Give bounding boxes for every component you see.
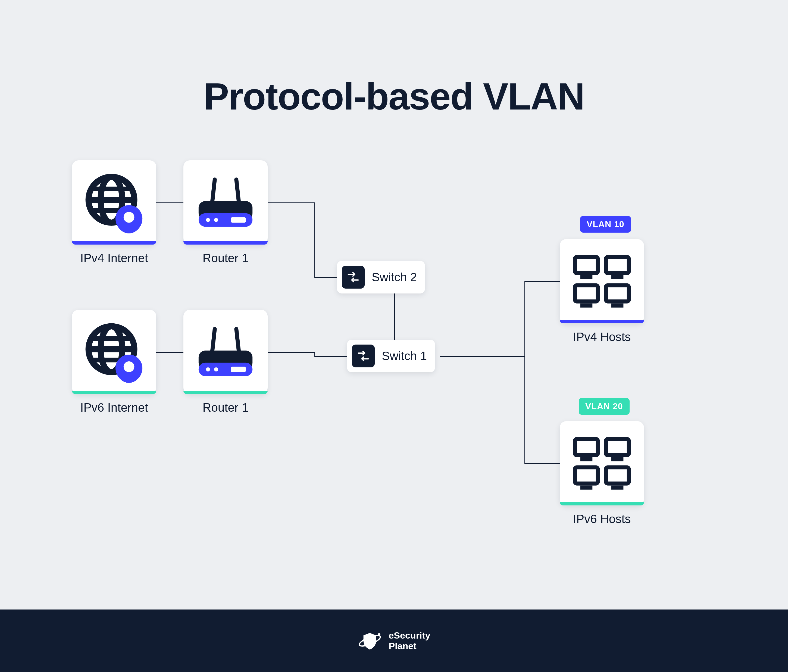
edge-routerA-seg1 xyxy=(268,202,315,203)
edge-routerB-seg2 xyxy=(315,352,315,356)
node-ipv6-hosts xyxy=(560,421,644,505)
svg-point-10 xyxy=(206,218,210,222)
edge-routerB-seg3 xyxy=(315,356,347,357)
switch-icon xyxy=(352,345,375,367)
edge-branch-up xyxy=(524,281,525,357)
svg-line-6 xyxy=(212,180,214,204)
globe-icon xyxy=(80,169,148,236)
diagram-frame: Protocol-based VLAN xyxy=(0,0,788,672)
edge-switch2-switch1 xyxy=(394,294,395,340)
node-ipv4-hosts xyxy=(560,239,644,323)
diagram-content: IPv4 Internet Router 1 xyxy=(0,0,788,672)
router-icon xyxy=(192,169,259,236)
svg-rect-34 xyxy=(575,439,598,456)
svg-rect-26 xyxy=(575,257,598,273)
svg-point-11 xyxy=(214,218,218,222)
tag-vlan10: VLAN 10 xyxy=(580,216,631,233)
edge-switch1-right xyxy=(440,356,524,357)
footer-bar: eSecurity Planet xyxy=(0,610,788,672)
svg-rect-36 xyxy=(606,439,629,456)
router-icon xyxy=(192,318,259,386)
edge-routerB-seg1 xyxy=(268,352,315,353)
tag-vlan20: VLAN 20 xyxy=(579,398,629,415)
edge-routerA-seg2 xyxy=(315,202,315,277)
svg-rect-32 xyxy=(606,285,629,302)
svg-line-7 xyxy=(237,180,239,204)
label-switch2: Switch 2 xyxy=(372,270,417,284)
switch-icon xyxy=(342,266,365,289)
node-router-bottom xyxy=(183,310,268,394)
node-ipv4-internet xyxy=(72,160,156,245)
accent-bar xyxy=(560,502,644,505)
label-router-bottom: Router 1 xyxy=(183,401,268,415)
svg-point-23 xyxy=(206,367,210,372)
brand-line2: Planet xyxy=(389,641,430,651)
edge-branch-down xyxy=(524,356,525,463)
brand-line1: eSecurity xyxy=(389,630,430,641)
node-router-top xyxy=(183,160,268,245)
edge-routerA-seg3 xyxy=(315,277,337,278)
node-switch1: Switch 1 xyxy=(347,340,435,372)
node-ipv6-internet xyxy=(72,310,156,394)
globe-icon xyxy=(80,318,148,386)
accent-bar xyxy=(183,391,268,394)
svg-point-18 xyxy=(124,361,135,372)
accent-bar xyxy=(72,391,156,394)
edge-ipv6-router xyxy=(156,352,183,353)
accent-bar xyxy=(72,241,156,245)
label-ipv6-hosts: IPv6 Hosts xyxy=(560,512,644,526)
hosts-icon xyxy=(568,248,635,315)
label-ipv4-internet: IPv4 Internet xyxy=(72,251,156,265)
node-switch2: Switch 2 xyxy=(337,261,425,294)
svg-rect-38 xyxy=(575,467,598,484)
label-switch1: Switch 1 xyxy=(382,349,427,363)
edge-branch-to-ipv4hosts xyxy=(524,281,560,282)
svg-line-20 xyxy=(237,329,239,353)
accent-bar xyxy=(183,241,268,245)
label-router-top: Router 1 xyxy=(183,251,268,265)
brand-shield-icon xyxy=(357,629,382,653)
svg-point-5 xyxy=(124,212,135,223)
svg-line-19 xyxy=(212,329,214,353)
svg-rect-40 xyxy=(606,467,629,484)
label-ipv6-internet: IPv6 Internet xyxy=(72,401,156,415)
edge-branch-to-ipv6hosts xyxy=(524,463,560,464)
svg-point-24 xyxy=(214,367,218,372)
edge-ipv4-router xyxy=(156,202,183,203)
hosts-icon xyxy=(568,430,635,497)
svg-rect-25 xyxy=(231,367,246,372)
svg-rect-30 xyxy=(575,285,598,302)
accent-bar xyxy=(560,320,644,323)
label-ipv4-hosts: IPv4 Hosts xyxy=(560,330,644,344)
svg-rect-28 xyxy=(606,257,629,273)
brand-text: eSecurity Planet xyxy=(389,630,430,651)
svg-rect-12 xyxy=(231,218,246,223)
svg-point-43 xyxy=(378,633,380,635)
